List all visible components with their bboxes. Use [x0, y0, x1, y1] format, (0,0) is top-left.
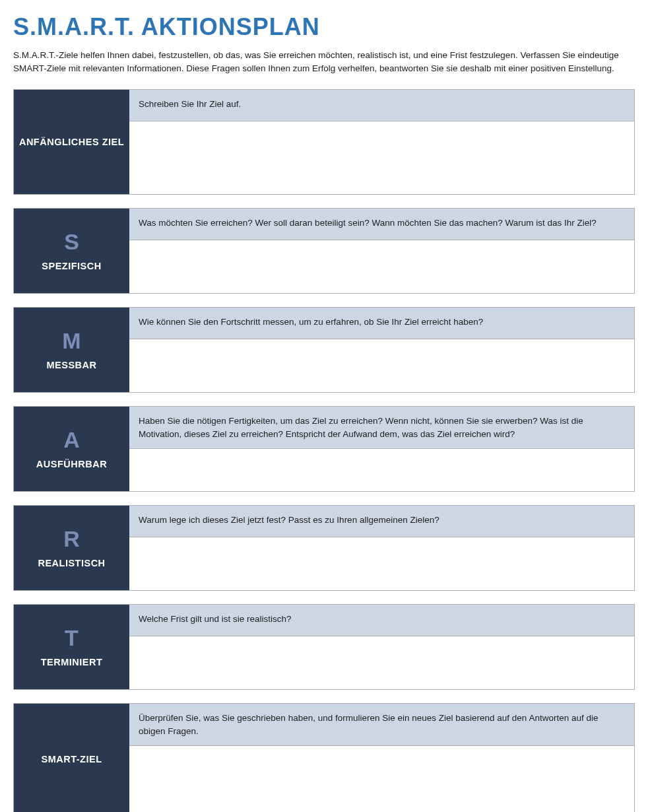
section-answer-field[interactable] — [129, 121, 634, 194]
section-body: Welche Frist gilt und ist sie realistisc… — [129, 605, 634, 689]
section-letter: A — [63, 428, 80, 451]
section-body: Haben Sie die nötigen Fertigkeiten, um d… — [129, 407, 634, 491]
section-word: AUSFÜHRBAR — [36, 459, 107, 469]
section-label: ANFÄNGLICHES ZIEL — [14, 90, 129, 194]
section-row: ANFÄNGLICHES ZIELSchreiben Sie Ihr Ziel … — [13, 89, 635, 195]
section-word: MESSBAR — [46, 360, 96, 370]
section-answer-field[interactable] — [129, 636, 634, 689]
section-row: SMART-ZIELÜberprüfen Sie, was Sie geschr… — [13, 703, 635, 812]
section-body: Was möchten Sie erreichen? Wer soll dara… — [129, 209, 634, 293]
section-body: Überprüfen Sie, was Sie geschrieben habe… — [129, 704, 634, 812]
section-body: Wie können Sie den Fortschritt messen, u… — [129, 308, 634, 392]
section-word: REALISTISCH — [38, 558, 105, 568]
section-answer-field[interactable] — [129, 537, 634, 590]
section-label: TTERMINIERT — [14, 605, 129, 689]
section-answer-field[interactable] — [129, 240, 634, 293]
section-row: SSPEZIFISCHWas möchten Sie erreichen? We… — [13, 208, 635, 294]
intro-text: S.M.A.R.T.-Ziele helfen Ihnen dabei, fes… — [13, 49, 633, 75]
section-label: AAUSFÜHRBAR — [14, 407, 129, 491]
section-word: SMART-ZIEL — [42, 754, 102, 764]
section-label: SSPEZIFISCH — [14, 209, 129, 293]
section-word: SPEZIFISCH — [42, 261, 101, 271]
section-body: Warum lege ich dieses Ziel jetzt fest? P… — [129, 506, 634, 590]
section-letter: S — [64, 230, 79, 253]
section-label: MMESSBAR — [14, 308, 129, 392]
section-letter: R — [63, 527, 80, 550]
section-prompt: Haben Sie die nötigen Fertigkeiten, um d… — [129, 407, 634, 449]
section-label: RREALISTISCH — [14, 506, 129, 590]
section-body: Schreiben Sie Ihr Ziel auf. — [129, 90, 634, 194]
section-prompt: Schreiben Sie Ihr Ziel auf. — [129, 90, 634, 121]
section-row: AAUSFÜHRBARHaben Sie die nötigen Fertigk… — [13, 406, 635, 492]
section-row: RREALISTISCHWarum lege ich dieses Ziel j… — [13, 505, 635, 591]
section-word: TERMINIERT — [41, 657, 103, 667]
section-answer-field[interactable] — [129, 449, 634, 491]
section-label: SMART-ZIEL — [14, 704, 129, 812]
section-answer-field[interactable] — [129, 746, 634, 812]
page-title: S.M.A.R.T. AKTIONSPLAN — [13, 13, 635, 41]
section-answer-field[interactable] — [129, 339, 634, 392]
section-row: MMESSBARWie können Sie den Fortschritt m… — [13, 307, 635, 393]
section-prompt: Welche Frist gilt und ist sie realistisc… — [129, 605, 634, 636]
section-word: ANFÄNGLICHES ZIEL — [19, 137, 124, 147]
section-letter: M — [62, 329, 81, 352]
section-prompt: Überprüfen Sie, was Sie geschrieben habe… — [129, 704, 634, 746]
section-row: TTERMINIERTWelche Frist gilt und ist sie… — [13, 604, 635, 690]
section-prompt: Warum lege ich dieses Ziel jetzt fest? P… — [129, 506, 634, 537]
section-prompt: Was möchten Sie erreichen? Wer soll dara… — [129, 209, 634, 240]
section-letter: T — [65, 626, 79, 649]
section-prompt: Wie können Sie den Fortschritt messen, u… — [129, 308, 634, 339]
